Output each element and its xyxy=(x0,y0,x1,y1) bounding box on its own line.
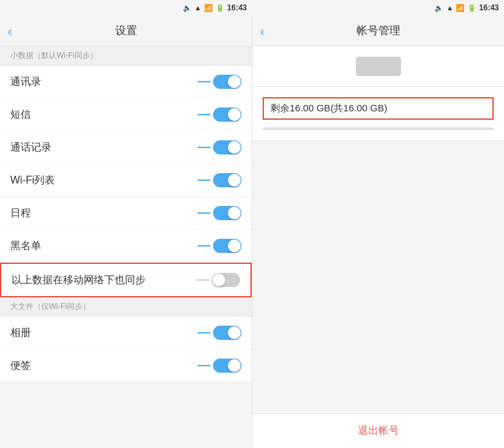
settings-back-button[interactable]: ‹ xyxy=(8,24,12,37)
mobile-sync-toggle[interactable] xyxy=(212,273,240,287)
contacts-item: 通讯录 xyxy=(0,66,252,98)
notes-toggle[interactable] xyxy=(213,359,241,373)
left-volume-icon: 🔈 xyxy=(183,4,192,12)
blacklist-toggle-group[interactable] xyxy=(198,239,241,253)
notes-toggle-knob xyxy=(228,359,241,372)
mobile-sync-toggle-knob xyxy=(212,274,225,286)
mobile-sync-item: 以上数据在移动网络下也同步 xyxy=(0,263,252,297)
right-wifi-icon: ▲ xyxy=(446,4,453,12)
sms-label: 短信 xyxy=(10,108,31,122)
contacts-toggle-knob xyxy=(228,75,241,88)
settings-panel: ‹ 设置 小数据（默认Wi-Fi同步） 通讯录 短信 xyxy=(0,15,252,448)
section1-header: 小数据（默认Wi-Fi同步） xyxy=(0,46,252,66)
account-panel: ‹ 帐号管理 剩余16.00 GB(共16.00 GB) 退出帐号 xyxy=(252,15,504,448)
notes-toggle-group[interactable] xyxy=(198,359,241,373)
album-toggle-line xyxy=(198,332,210,333)
account-title: 帐号管理 xyxy=(357,23,400,38)
status-bar: 🔈 ▲ 📶 🔋 16:43 🔈 ▲ 📶 🔋 16:43 xyxy=(0,0,504,15)
notes-item: 便签 xyxy=(0,350,252,382)
album-label: 相册 xyxy=(10,326,31,340)
avatar-area xyxy=(252,46,504,87)
right-volume-icon: 🔈 xyxy=(434,4,443,12)
contacts-toggle-group[interactable] xyxy=(198,75,241,89)
settings-title: 设置 xyxy=(115,23,137,38)
sms-toggle-knob xyxy=(228,108,241,121)
blacklist-toggle[interactable] xyxy=(213,239,241,253)
wifi-list-toggle[interactable] xyxy=(213,173,241,187)
settings-header: ‹ 设置 xyxy=(0,15,252,46)
blacklist-label: 黑名单 xyxy=(10,239,41,253)
storage-text: 剩余16.00 GB(共16.00 GB) xyxy=(270,102,387,113)
schedule-toggle-knob xyxy=(228,207,241,219)
schedule-item: 日程 xyxy=(0,197,252,230)
avatar xyxy=(356,57,401,76)
schedule-toggle-group[interactable] xyxy=(198,206,241,220)
album-item: 相册 xyxy=(0,317,252,350)
left-wifi-icon: ▲ xyxy=(194,4,201,12)
schedule-label: 日程 xyxy=(10,207,31,220)
contacts-label: 通讯录 xyxy=(10,75,41,89)
call-log-item: 通话记录 xyxy=(0,131,252,164)
wifi-list-toggle-group[interactable] xyxy=(198,173,241,187)
mobile-sync-toggle-line xyxy=(196,279,209,281)
mobile-sync-toggle-group[interactable] xyxy=(196,273,240,287)
account-header: ‹ 帐号管理 xyxy=(252,15,504,46)
section2-header: 大文件（仅Wi-Fi同步） xyxy=(0,297,252,317)
logout-button[interactable]: 退出帐号 xyxy=(252,413,504,448)
logout-label: 退出帐号 xyxy=(358,424,399,438)
contacts-toggle-line xyxy=(198,81,210,82)
account-back-button[interactable]: ‹ xyxy=(260,24,265,37)
album-toggle-knob xyxy=(228,326,241,339)
contacts-toggle[interactable] xyxy=(213,75,241,89)
blacklist-toggle-knob xyxy=(228,239,241,252)
panels-container: ‹ 设置 小数据（默认Wi-Fi同步） 通讯录 短信 xyxy=(0,15,504,448)
left-battery-icon: 🔋 xyxy=(216,4,225,12)
call-log-toggle-knob xyxy=(228,141,241,154)
left-time: 16:43 xyxy=(227,3,247,12)
schedule-toggle[interactable] xyxy=(213,206,241,220)
wifi-list-toggle-knob xyxy=(228,174,241,187)
schedule-toggle-line xyxy=(198,212,210,214)
sms-toggle-line xyxy=(198,114,210,115)
storage-info-area: 剩余16.00 GB(共16.00 GB) xyxy=(252,87,504,141)
storage-bar xyxy=(263,127,494,130)
right-signal-icon: 📶 xyxy=(456,4,465,12)
wifi-list-item: Wi-Fi列表 xyxy=(0,164,252,197)
right-time: 16:43 xyxy=(479,3,499,12)
call-log-label: 通话记录 xyxy=(10,141,51,154)
blacklist-item: 黑名单 xyxy=(0,230,252,263)
left-signal-icon: 📶 xyxy=(204,4,213,12)
notes-toggle-line xyxy=(198,365,210,366)
sms-toggle-group[interactable] xyxy=(198,107,241,122)
call-log-toggle-group[interactable] xyxy=(198,140,241,154)
wifi-list-toggle-line xyxy=(198,180,210,181)
call-log-toggle-line xyxy=(198,147,210,148)
storage-text-box: 剩余16.00 GB(共16.00 GB) xyxy=(263,97,494,120)
account-spacer xyxy=(252,141,504,413)
right-battery-icon: 🔋 xyxy=(467,4,476,12)
album-toggle[interactable] xyxy=(213,326,241,340)
mobile-sync-label: 以上数据在移动网络下也同步 xyxy=(12,274,145,287)
notes-label: 便签 xyxy=(10,359,31,373)
wifi-list-label: Wi-Fi列表 xyxy=(10,174,55,187)
call-log-toggle[interactable] xyxy=(213,140,241,154)
sms-item: 短信 xyxy=(0,98,252,131)
album-toggle-group[interactable] xyxy=(198,326,241,340)
sms-toggle[interactable] xyxy=(213,107,241,122)
blacklist-toggle-line xyxy=(198,245,210,247)
right-status-bar: 🔈 ▲ 📶 🔋 16:43 xyxy=(252,0,505,15)
left-status-bar: 🔈 ▲ 📶 🔋 16:43 xyxy=(0,0,252,15)
